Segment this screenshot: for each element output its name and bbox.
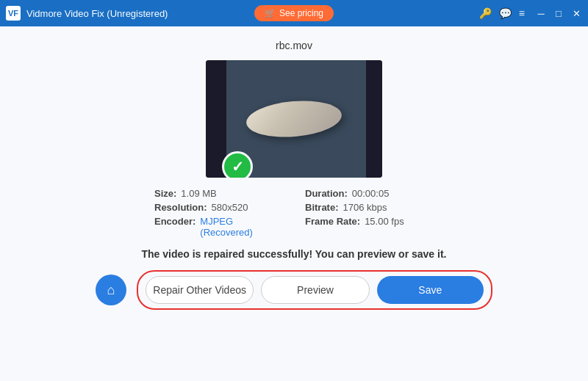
framerate-row: Frame Rate: 15.00 fps	[305, 216, 434, 238]
action-area: ⌂ Repair Other Videos Preview Save	[96, 270, 492, 310]
duration-row: Duration: 00:00:05	[305, 188, 434, 199]
repair-other-button[interactable]: Repair Other Videos	[146, 276, 254, 304]
app-icon: VF	[6, 6, 21, 21]
main-content: rbc.mov ✓ Size: 1.09 MB Duration: 00:00:…	[0, 26, 588, 381]
resolution-row: Resolution: 580x520	[154, 202, 283, 213]
window-controls: ─ □ ✕	[535, 8, 582, 19]
cart-icon: 🛒	[265, 8, 276, 18]
video-filename: rbc.mov	[276, 40, 312, 51]
video-bar-right	[366, 60, 382, 178]
home-button[interactable]: ⌂	[96, 275, 126, 305]
encoder-label: Encoder:	[154, 216, 196, 227]
message-icon[interactable]: 💬	[499, 7, 512, 19]
titlebar: VF Vidmore Video Fix (Unregistered) 🛒 Se…	[0, 0, 588, 26]
resolution-value: 580x520	[212, 202, 248, 213]
video-blob	[245, 97, 343, 140]
app-icon-label: VF	[8, 9, 18, 18]
framerate-value: 15.00 fps	[365, 216, 404, 227]
save-button[interactable]: Save	[377, 276, 484, 304]
action-buttons-wrapper: Repair Other Videos Preview Save	[137, 270, 492, 310]
close-button[interactable]: ✕	[570, 8, 582, 19]
duration-value: 00:00:05	[352, 188, 390, 199]
home-icon: ⌂	[107, 283, 115, 298]
encoder-row: Encoder: MJPEG (Recovered)	[154, 216, 283, 238]
pricing-label: See pricing	[279, 8, 323, 18]
maximize-button[interactable]: □	[553, 8, 564, 19]
bitrate-row: Bitrate: 1706 kbps	[305, 202, 434, 213]
size-value: 1.09 MB	[181, 188, 216, 199]
minimize-button[interactable]: ─	[535, 8, 547, 19]
encoder-value: MJPEG (Recovered)	[200, 216, 283, 238]
bitrate-label: Bitrate:	[305, 202, 339, 213]
preview-button[interactable]: Preview	[261, 276, 369, 304]
success-badge: ✓	[222, 151, 253, 178]
pricing-button[interactable]: 🛒 See pricing	[254, 5, 334, 21]
size-row: Size: 1.09 MB	[154, 188, 283, 199]
video-container: ✓	[206, 60, 382, 178]
bitrate-value: 1706 kbps	[343, 202, 387, 213]
key-icon[interactable]: 🔑	[479, 7, 492, 19]
resolution-label: Resolution:	[154, 202, 207, 213]
titlebar-left: VF Vidmore Video Fix (Unregistered)	[6, 6, 168, 21]
duration-label: Duration:	[305, 188, 348, 199]
menu-icon[interactable]: ≡	[519, 7, 525, 19]
video-info-grid: Size: 1.09 MB Duration: 00:00:05 Resolut…	[154, 188, 434, 238]
success-message: The video is repaired successfully! You …	[142, 248, 447, 260]
framerate-label: Frame Rate:	[305, 216, 360, 227]
titlebar-right: 🔑 💬 ≡ ─ □ ✕	[479, 7, 582, 19]
size-label: Size:	[154, 188, 176, 199]
titlebar-title: Vidmore Video Fix (Unregistered)	[26, 8, 168, 19]
titlebar-center: 🛒 See pricing	[254, 5, 334, 21]
